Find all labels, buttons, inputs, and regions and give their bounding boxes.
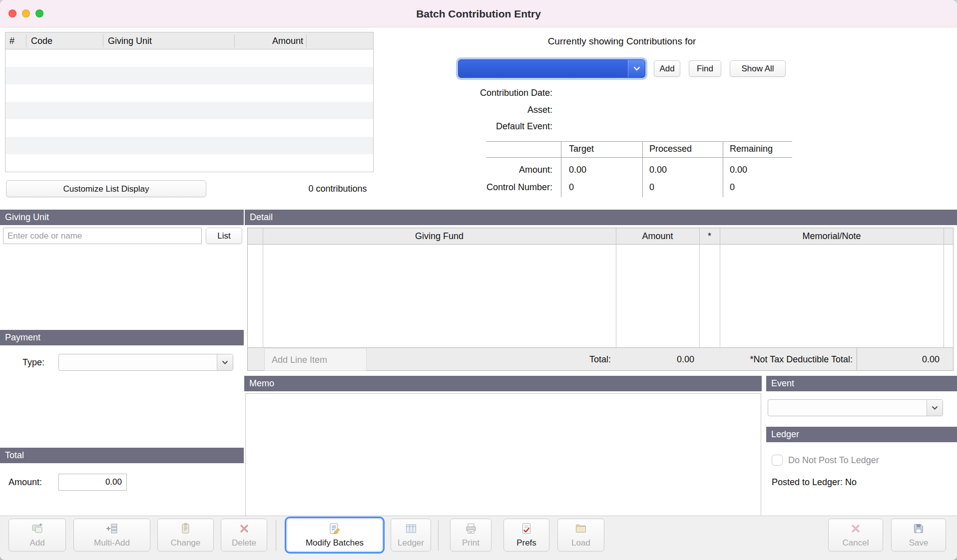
stats-divider [486, 141, 792, 142]
toolbar-modify-batches-button[interactable]: Modify Batches [287, 519, 383, 552]
toolbar-delete-label: Delete [232, 538, 256, 548]
contributions-list: # Code Giving Unit Amount [5, 32, 374, 172]
print-icon [465, 522, 478, 537]
cancel-icon [849, 522, 862, 537]
detail-section-header: Detail [245, 210, 957, 225]
batch-select[interactable] [458, 59, 645, 78]
chevron-down-icon [628, 60, 645, 77]
total-amount-label: Amount: [8, 474, 42, 491]
column-divider [26, 34, 26, 47]
change-icon [179, 522, 192, 537]
toolbar-print-label: Print [462, 538, 479, 548]
stats-col-processed: Processed [649, 144, 692, 154]
detail-totals-row: Add Line Item Total: 0.00 *Not Tax Deduc… [248, 347, 953, 370]
detail-column-asterisk[interactable]: * [699, 228, 720, 245]
stats-divider [486, 157, 792, 158]
show-all-button[interactable]: Show All [730, 60, 786, 77]
multi-add-icon [105, 522, 118, 537]
stats-col-remaining: Remaining [730, 144, 773, 154]
giving-unit-section-header: Giving Unit [0, 210, 244, 225]
stats-divider [642, 141, 643, 197]
detail-total-value: 0.00 [616, 348, 694, 371]
stats-control-remaining: 0 [730, 180, 735, 194]
save-icon [912, 522, 925, 537]
toolbar-prefs-button[interactable]: Prefs [503, 519, 549, 552]
stats-amount-remaining: 0.00 [730, 163, 747, 177]
giving-unit-input[interactable] [3, 228, 202, 244]
stats-divider [561, 141, 561, 197]
detail-table-body [248, 245, 953, 347]
detail-table: Giving Fund Amount * Memorial/Note Add L… [247, 228, 954, 371]
add-icon [31, 522, 44, 537]
batch-contribution-entry-window: Batch Contribution Entry # Code Giving U… [0, 0, 957, 560]
toolbar-cancel-label: Cancel [843, 538, 869, 548]
close-window-icon[interactable] [8, 9, 16, 17]
default-event-label: Default Event: [403, 119, 552, 133]
zoom-window-icon[interactable] [35, 9, 43, 17]
contributions-list-header: # Code Giving Unit Amount [5, 32, 373, 49]
toolbar-prefs-label: Prefs [516, 538, 536, 548]
load-icon [574, 522, 587, 537]
minimize-window-icon[interactable] [22, 9, 30, 17]
toolbar-modify-batches-label: Modify Batches [306, 538, 364, 548]
toolbar-change-button[interactable]: Change [157, 519, 214, 552]
toolbar-multi-add-button[interactable]: Multi-Add [73, 519, 150, 552]
toolbar-ledger-button[interactable]: Ledger [391, 519, 431, 552]
toolbar-add-button[interactable]: Add [8, 519, 66, 552]
contributions-count: 0 contributions [278, 180, 398, 197]
stats-control-target: 0 [569, 180, 574, 194]
not-tax-deductible-value: 0.00 [861, 348, 940, 371]
chevron-down-icon [217, 354, 233, 370]
column-header-number[interactable]: # [9, 32, 14, 49]
giving-unit-list-button[interactable]: List [206, 228, 242, 244]
toolbar-print-button[interactable]: Print [450, 519, 491, 552]
column-header-code[interactable]: Code [31, 32, 52, 49]
stats-amount-target: 0.00 [569, 163, 586, 177]
not-tax-deductible-label: *Not Tax Deductible Total: [727, 348, 853, 371]
payment-type-select[interactable] [58, 354, 233, 371]
detail-total-label: Total: [511, 348, 611, 371]
column-divider [857, 348, 857, 371]
toolbar-cancel-button[interactable]: Cancel [828, 519, 883, 552]
ledger-section-header: Ledger [766, 427, 957, 442]
column-header-giving-unit[interactable]: Giving Unit [108, 32, 152, 49]
stats-amount-processed: 0.00 [649, 163, 667, 177]
event-select[interactable] [768, 399, 943, 416]
add-batch-button[interactable]: Add [654, 60, 680, 77]
asset-label: Asset: [403, 103, 552, 117]
stats-amount-label: Amount: [403, 163, 552, 177]
add-line-item-button[interactable]: Add Line Item [264, 348, 367, 371]
ledger-icon [405, 522, 418, 537]
do-not-post-checkbox[interactable] [772, 455, 783, 466]
toolbar-save-button[interactable]: Save [891, 519, 946, 552]
toolbar-divider [438, 520, 439, 551]
event-section-header: Event [766, 376, 957, 391]
toolbar-divider [276, 520, 276, 551]
toolbar-add-label: Add [29, 538, 44, 548]
find-batch-button[interactable]: Find [689, 60, 721, 77]
stats-divider [723, 141, 723, 197]
toolbar-load-button[interactable]: Load [557, 519, 604, 552]
memo-section-header: Memo [244, 376, 762, 391]
toolbar-save-label: Save [909, 538, 929, 548]
window-title: Batch Contribution Entry [0, 0, 957, 27]
stats-control-processed: 0 [649, 180, 654, 194]
column-header-amount[interactable]: Amount [234, 32, 303, 49]
column-divider [234, 34, 235, 47]
toolbar-delete-button[interactable]: Delete [221, 519, 267, 552]
detail-column-amount[interactable]: Amount [616, 228, 699, 245]
detail-column-memorial-note[interactable]: Memorial/Note [720, 228, 944, 245]
contribution-date-label: Contribution Date: [403, 86, 552, 100]
payment-section-header: Payment [0, 330, 244, 345]
total-amount-field[interactable]: 0.00 [58, 474, 127, 491]
toolbar-change-label: Change [171, 538, 201, 548]
toolbar-ledger-label: Ledger [398, 538, 424, 548]
stats-col-target: Target [569, 144, 594, 154]
toolbar-multi-add-label: Multi-Add [94, 538, 130, 548]
memo-textarea[interactable] [245, 393, 761, 516]
do-not-post-label[interactable]: Do Not Post To Ledger [788, 455, 879, 466]
detail-column-giving-fund[interactable]: Giving Fund [263, 228, 616, 245]
customize-list-display-button[interactable]: Customize List Display [6, 180, 206, 197]
posted-to-ledger-text: Posted to Ledger: No [772, 477, 857, 488]
stats-control-number-label: Control Number: [403, 180, 552, 194]
